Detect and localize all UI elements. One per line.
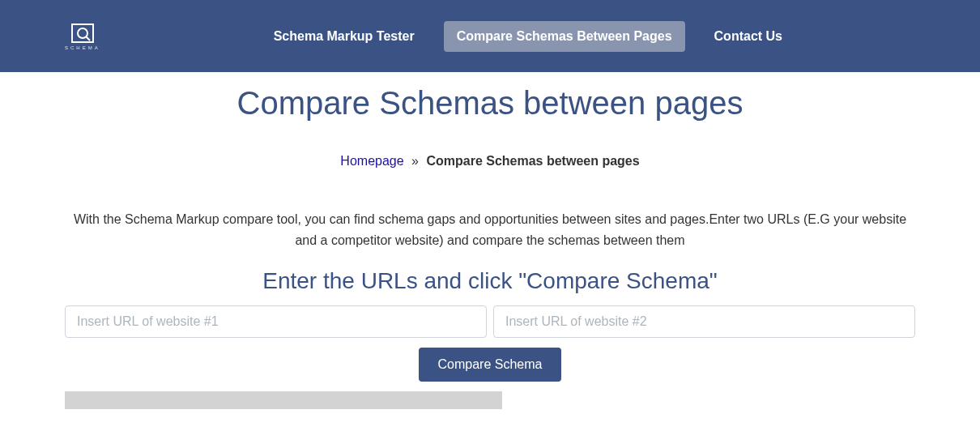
svg-line-1 [86, 36, 90, 41]
nav-link-compare-schemas[interactable]: Compare Schemas Between Pages [444, 21, 685, 52]
logo[interactable]: SCHEMA [65, 23, 100, 50]
logo-icon [70, 23, 95, 44]
url-input-2[interactable] [493, 305, 915, 338]
breadcrumb: Homepage » Compare Schemas between pages [65, 154, 915, 169]
form-title: Enter the URLs and click "Compare Schema… [65, 268, 915, 294]
button-row: Compare Schema [65, 348, 915, 382]
main-content: Compare Schemas between pages Homepage »… [0, 85, 980, 409]
page-title: Compare Schemas between pages [65, 85, 915, 122]
nav-link-schema-markup-tester[interactable]: Schema Markup Tester [261, 21, 428, 52]
logo-text: SCHEMA [65, 45, 100, 50]
breadcrumb-home-link[interactable]: Homepage [340, 154, 403, 168]
url-input-1[interactable] [65, 305, 487, 338]
description-text: With the Schema Markup compare tool, you… [65, 209, 915, 250]
nav-link-contact-us[interactable]: Contact Us [701, 21, 795, 52]
url-inputs-row [65, 305, 915, 338]
result-placeholder-bar [65, 391, 502, 409]
compare-schema-button[interactable]: Compare Schema [419, 348, 562, 382]
navbar: SCHEMA Schema Markup Tester Compare Sche… [0, 0, 980, 72]
nav-links: Schema Markup Tester Compare Schemas Bet… [261, 21, 795, 52]
breadcrumb-separator: » [411, 154, 419, 168]
breadcrumb-current: Compare Schemas between pages [426, 154, 639, 168]
